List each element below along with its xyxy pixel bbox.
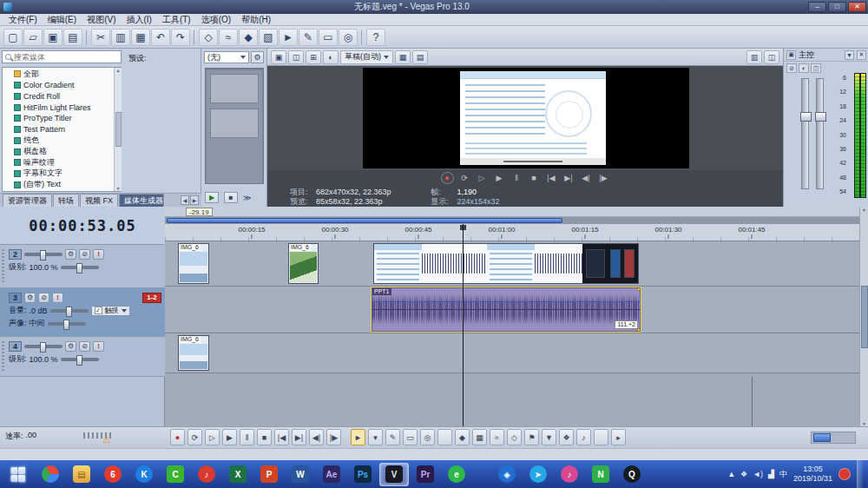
tray-expand-icon[interactable]: ▲	[727, 470, 735, 478]
generator-list-item[interactable]: Credit Roll	[4, 90, 111, 102]
selection-edit-tool-button[interactable]: ▭	[319, 29, 338, 46]
video-track-lane-2[interactable]: IMG_6 IMG_6	[165, 241, 859, 287]
go-to-end-button[interactable]: ▶|	[562, 172, 575, 184]
scroll-down-icon[interactable]: ▼	[116, 186, 121, 191]
level-fader[interactable]	[61, 358, 99, 361]
timeline-clip-screen-recording[interactable]	[373, 243, 639, 284]
insert-marker-button[interactable]: ⚑	[524, 429, 539, 445]
edit-tool-dropdown[interactable]: ▾	[368, 429, 383, 445]
360-safety[interactable]: 6	[98, 463, 128, 486]
lock-envelopes-button[interactable]: ◆	[239, 29, 258, 46]
track-number[interactable]: 2	[9, 249, 22, 260]
play-button[interactable]: ▶	[222, 429, 237, 445]
search-input[interactable]	[14, 53, 109, 62]
timeline-clip-image[interactable]: IMG_6	[288, 243, 319, 284]
track-number[interactable]: 3	[9, 293, 22, 303]
normal-edit-tool[interactable]: ►	[351, 429, 365, 445]
timeline-area[interactable]: -29.19 00:00:15 00:00:30 00:00:45	[165, 207, 859, 426]
generator-list-item[interactable]: (自带) Text	[4, 179, 111, 190]
record-button[interactable]: ●	[170, 429, 185, 445]
menu-insert[interactable]: 插入(I)	[121, 14, 156, 26]
snapshot-icon[interactable]: ▥	[746, 50, 762, 64]
play-button[interactable]: ▶	[493, 172, 506, 184]
auto-ripple-toggle[interactable]: ≈	[490, 429, 504, 445]
timeline-clip-image[interactable]: IMG_6	[178, 335, 209, 371]
split-screen-icon[interactable]: ◫	[288, 50, 304, 64]
tools-separator[interactable]	[594, 429, 608, 445]
tab-scroll-right-button[interactable]: ▶	[190, 195, 199, 205]
volume-icon[interactable]: ◄)	[753, 470, 763, 478]
redo-button[interactable]: ↷	[171, 29, 190, 46]
marker-bar[interactable]: -29.19	[165, 207, 859, 217]
whats-this-help-button[interactable]: ?	[366, 29, 385, 46]
close-button[interactable]: ✕	[848, 2, 866, 12]
preset-settings-button[interactable]: ⚙	[251, 51, 264, 63]
snapping-button[interactable]: ◇	[199, 29, 218, 46]
preset-thumbnail[interactable]	[210, 74, 259, 103]
netease-music[interactable]: ♪	[192, 463, 221, 486]
pause-button[interactable]: ‖	[510, 172, 523, 184]
track-level-slider[interactable]	[24, 253, 62, 256]
ignore-grouping-button[interactable]: ▧	[259, 29, 278, 46]
loop-playback-button[interactable]: ⟳	[458, 172, 471, 184]
generator-list-item[interactable]: 字幕和文字	[4, 168, 111, 180]
scroll-up-icon[interactable]: ▲	[862, 207, 866, 212]
scroll-up-icon[interactable]: ▲	[116, 68, 121, 73]
undo-button[interactable]: ↶	[151, 29, 170, 46]
premiere[interactable]: Pr	[411, 463, 440, 486]
grid-overlay-icon[interactable]: ▦	[395, 50, 411, 64]
tray-red-app-icon[interactable]	[838, 468, 851, 480]
next-frame-button[interactable]: |▶	[326, 429, 341, 445]
thunder[interactable]: ➤	[523, 463, 553, 486]
master-fader-right[interactable]	[816, 78, 824, 189]
volume-fader[interactable]	[50, 309, 89, 313]
previous-frame-button[interactable]: ◀|	[580, 172, 593, 184]
stop-button[interactable]: ■	[257, 429, 272, 445]
track-solo-icon[interactable]: !	[93, 341, 104, 352]
360-browser[interactable]: e	[442, 463, 471, 486]
external-monitor-icon[interactable]: ◫	[764, 50, 779, 64]
automation-mode-select[interactable]: ✓ 触摸	[91, 306, 130, 316]
start-button[interactable]	[0, 460, 35, 488]
safe-area-icon[interactable]: ▤	[412, 50, 428, 64]
network-icon[interactable]: ▟	[768, 470, 774, 478]
youdao-note[interactable]: N	[586, 463, 615, 486]
file-explorer[interactable]: ▤	[67, 463, 96, 486]
generator-list-item[interactable]: ProType Titler	[4, 113, 111, 124]
insert-region-button[interactable]: ▼	[542, 429, 556, 445]
selection-tool[interactable]: ▭	[403, 429, 418, 445]
play-from-start-button[interactable]: ▷	[476, 172, 489, 184]
track-header-2[interactable]: 2 ⚙ ⊘ ! 级别: 100.0 %	[0, 245, 165, 288]
timeline-clip-image[interactable]: IMG_6	[178, 243, 209, 284]
mute-master-icon[interactable]: ⊘	[786, 63, 797, 73]
preview-quality-select[interactable]: 草稿(自动)	[340, 50, 393, 64]
generator-list-item[interactable]: 噪声纹理	[4, 157, 111, 168]
media-search-box[interactable]	[2, 50, 122, 63]
paste-button[interactable]: ▦	[131, 29, 150, 46]
snap-toggle[interactable]: ◆	[455, 429, 470, 445]
tab-scroll-left-button[interactable]: ◀	[181, 195, 189, 205]
wechat[interactable]: C	[161, 463, 190, 486]
preset-thumbnail[interactable]	[210, 109, 259, 138]
list-vertical-scrollbar[interactable]: ▲ ▼	[114, 68, 122, 191]
normal-edit-tool-button[interactable]: ►	[279, 29, 298, 46]
playhead-cursor[interactable]	[463, 224, 464, 426]
event-fx-button[interactable]: ❖	[559, 429, 574, 445]
menu-options[interactable]: 选项(O)	[196, 14, 236, 26]
next-frame-button[interactable]: |▶	[597, 172, 610, 184]
stop-button[interactable]: ■	[528, 172, 541, 184]
taskbar-clock[interactable]: 13:05 2019/10/31	[793, 465, 832, 485]
track-mute-icon[interactable]: ⊘	[79, 341, 90, 352]
track-fx-icon[interactable]: ⚙	[65, 249, 76, 260]
menu-file[interactable]: 文件(F)	[3, 14, 43, 26]
photoshop[interactable]: Ps	[348, 463, 378, 486]
generator-list-item[interactable]: Test Pattern	[4, 124, 111, 135]
toolbar-separator[interactable]	[361, 30, 363, 45]
generator-list-item[interactable]: Color Gradient	[4, 80, 111, 91]
scrollbar-thumb[interactable]	[861, 286, 868, 348]
zoom-edit-tool-button[interactable]: ◎	[339, 29, 358, 46]
overview-thumb[interactable]	[167, 218, 562, 223]
scrollbar-thumb[interactable]	[115, 112, 122, 147]
more-tools-button[interactable]: ▸	[611, 429, 626, 445]
timeline-clip-audio-ppt1[interactable]: PPT1 111.+2	[372, 287, 641, 332]
